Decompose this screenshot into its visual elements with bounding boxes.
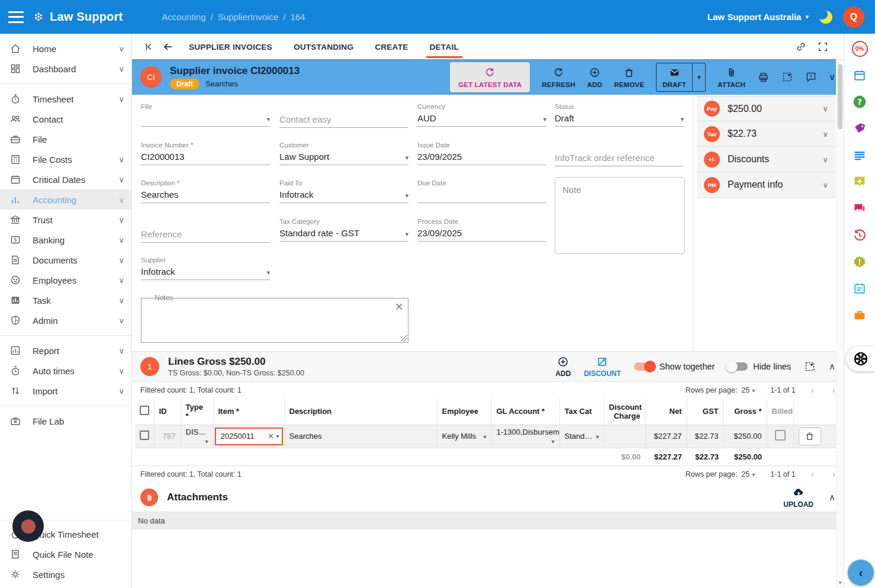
toggle-on-icon[interactable] [634, 362, 654, 371]
note-textarea[interactable]: Note [555, 177, 685, 254]
notes-textarea[interactable]: Notes × [141, 298, 408, 343]
prev-page-icon[interactable]: ‹ [811, 384, 815, 396]
alert-badge-icon[interactable] [851, 253, 868, 270]
file-field[interactable]: File ▾ [141, 103, 270, 127]
infotrack-order-reference-field[interactable]: InfoTrack order reference [555, 152, 684, 166]
refresh-button[interactable]: REFRESH [542, 66, 575, 88]
due-date-field[interactable]: Due Date [417, 179, 546, 203]
first-page-icon[interactable] [143, 41, 154, 52]
feedback-icon[interactable] [805, 71, 817, 83]
pay-accordion[interactable]: Pay $250.00 ∨ [697, 96, 835, 121]
clear-item-icon[interactable]: × [268, 430, 274, 442]
fullscreen-icon[interactable] [818, 41, 828, 53]
calendar-icon[interactable] [851, 67, 868, 83]
row-checkbox[interactable] [140, 430, 149, 440]
copy-link-icon[interactable] [795, 41, 807, 53]
tab-supplier-invoices[interactable]: SUPPLIER INVOICES [183, 35, 278, 58]
col-discount-charge[interactable]: Discount Charge [604, 399, 645, 425]
more-actions-chevron-icon[interactable]: ∨ [829, 72, 835, 82]
col-type[interactable]: Type * [181, 399, 213, 425]
sidebar-item-home[interactable]: Home∨ [0, 38, 131, 59]
sidebar-item-file[interactable]: File [0, 129, 131, 149]
back-arrow-icon[interactable] [162, 41, 174, 53]
currency-field[interactable]: Currency AUD▾ [417, 103, 546, 127]
sidebar-item-trust[interactable]: Trust∨ [0, 210, 131, 230]
chevron-down-icon[interactable]: ▾ [680, 115, 684, 123]
hamburger-menu-icon[interactable] [8, 11, 24, 23]
sidebar-item-timesheet[interactable]: Timesheet∨ [0, 89, 131, 109]
delete-row-button[interactable] [799, 428, 821, 445]
draft-button[interactable]: DRAFT [656, 63, 693, 92]
col-tax-cat[interactable]: Tax Cat [559, 399, 604, 425]
tab-detail[interactable]: DETAIL [424, 35, 465, 58]
cell-description[interactable]: Searches [284, 425, 437, 448]
tab-create[interactable]: CREATE [369, 35, 414, 58]
discount-button[interactable]: DISCOUNT [584, 355, 621, 378]
paid-to-field[interactable]: Paid To Infotrack▾ [279, 179, 408, 203]
sparkle-pin-icon[interactable] [851, 173, 868, 190]
attach-button[interactable]: ATTACH [718, 66, 745, 88]
col-description[interactable]: Description [284, 399, 437, 425]
tag-icon[interactable] [851, 120, 868, 137]
sidebar-item-quick-file-note[interactable]: Quick File Note [0, 544, 131, 564]
get-latest-data-button[interactable]: GET LATEST DATA [450, 62, 530, 92]
sidebar-item-import[interactable]: Import∨ [0, 381, 131, 401]
chevron-down-icon[interactable]: ▾ [405, 192, 408, 200]
app-logo[interactable]: Law Support [32, 10, 123, 24]
print-icon[interactable] [757, 71, 770, 83]
scrollbar-thumb[interactable] [838, 64, 842, 129]
col-gl-account[interactable]: GL Account * [491, 399, 559, 425]
text-lines-icon[interactable] [851, 147, 868, 163]
cell-type[interactable]: DIS…▾ [181, 425, 213, 448]
show-together-toggle[interactable]: Show together [634, 362, 715, 371]
assistant-logo-pill[interactable] [846, 346, 875, 371]
collapse-panel-button[interactable]: ‹ [848, 560, 874, 586]
col-net[interactable]: Net [645, 399, 687, 425]
chevron-down-icon[interactable]: ▾ [276, 433, 279, 439]
remove-button[interactable]: REMOVE [614, 66, 644, 88]
sidebar-item-auto-times[interactable]: Auto times∨ [0, 361, 131, 381]
sidebar-item-contact[interactable]: Contact [0, 109, 131, 129]
sidebar-item-settings[interactable]: Settings [0, 564, 131, 584]
select-region-icon[interactable] [781, 71, 793, 83]
tenant-selector[interactable]: Law Support Australia ▾ [707, 12, 809, 22]
item-input-focused[interactable]: 20250011 × ▾ [215, 428, 283, 445]
cell-discount-charge[interactable] [604, 425, 645, 448]
sidebar-item-accounting[interactable]: Accounting∨ [0, 189, 131, 210]
hide-lines-toggle[interactable]: Hide lines [728, 362, 791, 371]
select-all-checkbox[interactable] [140, 406, 149, 415]
select-region-icon[interactable] [804, 361, 816, 372]
sidebar-item-documents[interactable]: Documents∨ [0, 250, 131, 270]
next-page-icon[interactable]: › [832, 384, 835, 396]
col-billed[interactable]: Billed [767, 399, 793, 425]
col-gst[interactable]: GST [687, 399, 723, 425]
col-gross[interactable]: Gross * [723, 399, 767, 425]
cell-item[interactable]: 20250011 × ▾ [213, 425, 284, 448]
collapse-section-icon[interactable]: ∧ [829, 361, 835, 372]
help-icon[interactable]: ? [851, 94, 868, 110]
record-fab[interactable] [12, 510, 44, 542]
chevron-down-icon[interactable]: ▾ [205, 438, 208, 445]
breadcrumb-record-id[interactable]: 164 [290, 12, 305, 22]
breadcrumb-supplierinvoice[interactable]: SupplierInvoice [218, 12, 279, 22]
chevron-down-icon[interactable]: ▾ [483, 433, 486, 440]
chevron-down-icon[interactable]: ▾ [266, 115, 270, 123]
cell-gross[interactable]: $250.00 [723, 425, 767, 448]
sidebar-item-file-lab[interactable]: File Lab [0, 411, 131, 431]
col-item[interactable]: Item * [213, 399, 284, 425]
clear-notes-icon[interactable]: × [395, 300, 403, 314]
contact-easy-field[interactable]: Contact easy [279, 114, 408, 128]
notepad-icon[interactable] [851, 280, 868, 297]
cell-gl-account[interactable]: 1-1300,Disbursem…▾ [491, 425, 559, 448]
add-button[interactable]: ADD [587, 66, 603, 88]
invoice-number-field[interactable]: Invoice Number * CI2000013 [141, 142, 270, 165]
col-id[interactable]: ID [154, 399, 181, 425]
cell-employee[interactable]: Kelly Mills▾ [437, 425, 491, 448]
tax-category-field[interactable]: Tax Category Standard rate - GST▾ [279, 218, 408, 242]
cell-tax-cat[interactable]: Stand…▾ [559, 425, 604, 448]
sidebar-item-dashboard[interactable]: Dashboard∨ [0, 59, 131, 79]
resize-handle[interactable] [401, 335, 407, 342]
add-line-button[interactable]: ADD [555, 355, 571, 378]
sidebar-item-admin[interactable]: Admin∨ [0, 310, 131, 330]
sidebar-item-report[interactable]: Report∨ [0, 340, 131, 361]
